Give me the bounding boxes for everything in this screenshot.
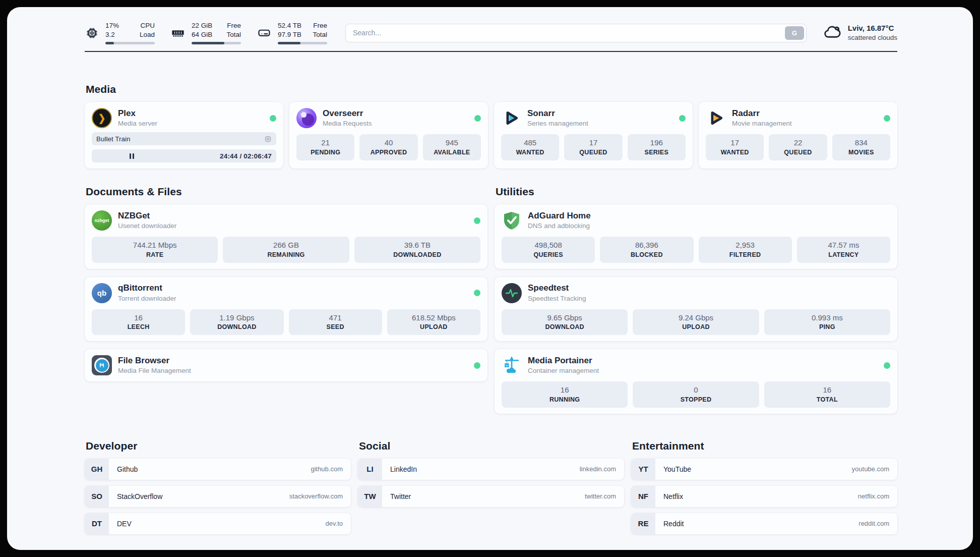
app-card-radarr[interactable]: Radarr Movie management 17 WANTED 22 QUE… (699, 102, 897, 169)
bookmark-url: linkedin.com (580, 465, 616, 473)
app-subtitle: Usenet downloader (118, 222, 176, 230)
app-subtitle: Movie management (732, 120, 792, 128)
section-documents: Documents & Files nzbget NZBGet Usenet d… (85, 186, 487, 381)
stat-tile: 39.6 TB DOWNLOADED (354, 237, 480, 263)
bookmark-abbr: NF (631, 486, 655, 507)
section-media: Media ❯ Plex Media server Bullet Train (85, 83, 897, 169)
app-subtitle: Container management (528, 367, 599, 375)
bookmark-group-social: Social LI LinkedIn linkedin.com TW Twitt… (358, 440, 624, 513)
search-container: G (345, 24, 807, 42)
camera-icon[interactable] (264, 135, 272, 143)
app-card-plex[interactable]: ❯ Plex Media server Bullet Train (85, 102, 283, 169)
bookmark-url: twitter.com (585, 492, 616, 500)
stat-tile: 16 TOTAL (764, 381, 890, 408)
stat-tile: 22 QUEUED (769, 134, 827, 160)
cpu-stat: 17% 3.2 CPU Load (85, 21, 155, 44)
app-card-portainer[interactable]: Media Portainer Container management 16 … (495, 349, 897, 414)
bookmark-twitter[interactable]: TW Twitter twitter.com (358, 486, 624, 507)
cpu-load-value: 3.2 (105, 31, 115, 38)
memory-progress-fill (192, 42, 224, 44)
online-status-dot (474, 362, 480, 369)
online-status-dot (884, 362, 890, 369)
system-stats: 17% 3.2 CPU Load (85, 21, 327, 44)
app-card-filebrowser[interactable]: File Browser Media File Management (85, 349, 487, 381)
stat-tile: 17 QUEUED (564, 134, 622, 160)
bookmark-url: netflix.com (858, 492, 889, 500)
playback-progress-row[interactable]: 24:44 / 02:06:47 (92, 149, 276, 162)
sonarr-icon (501, 108, 521, 128)
section-title-developer: Developer (86, 440, 351, 452)
bookmark-url: dev.to (326, 520, 343, 527)
app-subtitle: Media File Management (118, 367, 191, 375)
section-utilities: Utilities AdGuard Home (495, 186, 897, 414)
bookmark-abbr: TW (358, 486, 382, 507)
memory-free-value: 22 GiB (192, 22, 212, 29)
app-card-sonarr[interactable]: Sonarr Series management 485 WANTED 17 Q… (494, 102, 693, 169)
disk-progress-bar (278, 42, 327, 44)
cpu-progress-bar (105, 42, 155, 44)
stat-tile: 0.993 ms PING (764, 309, 890, 336)
cloud-icon (823, 22, 842, 43)
stat-tile: 744.21 Mbps RATE (92, 237, 218, 263)
stat-tile: 834 MOVIES (832, 134, 890, 160)
app-card-adguard[interactable]: AdGuard Home DNS and adblocking 498,508 … (495, 204, 897, 269)
app-title: Radarr (732, 108, 792, 119)
online-status-dot (474, 290, 480, 296)
bookmark-netflix[interactable]: NF Netflix netflix.com (631, 486, 897, 507)
stat-tile: 86,396 BLOCKED (600, 237, 693, 263)
online-status-dot (679, 115, 686, 122)
stat-tile: 16 LEECH (92, 309, 185, 336)
stat-tile: 21 PENDING (296, 134, 354, 160)
stat-tile: 17 WANTED (706, 134, 764, 160)
bookmark-url: youtube.com (852, 465, 889, 473)
bookmark-youtube[interactable]: YT YouTube youtube.com (631, 459, 897, 480)
stat-tile: 485 WANTED (501, 134, 559, 160)
stat-tile: 945 AVAILABLE (423, 134, 481, 160)
weather-condition: scattered clouds (848, 33, 897, 42)
cpu-icon (85, 26, 99, 40)
bookmark-reddit[interactable]: RE Reddit reddit.com (631, 513, 897, 534)
memory-total-value: 64 GiB (192, 31, 212, 38)
app-title: File Browser (118, 356, 191, 366)
bookmark-dev[interactable]: DT DEV dev.to (85, 513, 351, 534)
bookmark-group-developer: Developer GH Github github.com SO StackO… (85, 440, 351, 540)
app-card-nzbget[interactable]: nzbget NZBGet Usenet downloader 744.21 M… (85, 204, 487, 269)
bookmark-name: Twitter (390, 492, 411, 500)
section-title-social: Social (359, 440, 624, 452)
overseerr-icon (296, 108, 317, 128)
memory-stat: 22 GiB 64 GiB Free Total (171, 21, 241, 44)
app-card-overseerr[interactable]: Overseerr Media Requests 21 PENDING 40 A… (289, 102, 488, 169)
section-title-documents: Documents & Files (86, 186, 487, 198)
bookmark-stackoverflow[interactable]: SO StackOverflow stackoverflow.com (85, 486, 351, 507)
app-title: qBittorrent (118, 283, 176, 293)
app-card-speedtest[interactable]: Speedtest Speedtest Tracking 9.65 Gbps D… (495, 277, 897, 342)
app-card-qbittorrent[interactable]: qb qBittorrent Torrent downloader 16 LEE… (85, 277, 487, 342)
disk-free-value: 52.4 TB (278, 22, 301, 29)
search-engine-button[interactable]: G (785, 26, 804, 40)
bookmark-name: LinkedIn (390, 465, 417, 473)
pause-icon[interactable] (130, 153, 134, 159)
section-title-utilities: Utilities (496, 186, 897, 198)
online-status-dot (474, 217, 480, 224)
stat-tile: 40 APPROVED (359, 134, 417, 160)
bookmark-linkedin[interactable]: LI LinkedIn linkedin.com (358, 459, 624, 480)
online-status-dot (270, 115, 276, 122)
stat-tile: 9.24 Gbps UPLOAD (633, 309, 759, 336)
dashboard-panel: 17% 3.2 CPU Load (7, 7, 973, 550)
search-input[interactable] (345, 24, 807, 42)
now-playing-title: Bullet Train (96, 135, 131, 143)
disk-stat: 52.4 TB 97.9 TB Free Total (257, 21, 327, 44)
disk-total-value: 97.9 TB (278, 31, 301, 38)
bookmark-github[interactable]: GH Github github.com (85, 459, 351, 480)
now-playing-row[interactable]: Bullet Train (92, 132, 276, 145)
app-subtitle: Series management (527, 120, 588, 128)
bookmark-name: DEV (117, 520, 132, 528)
stat-tile: 9.65 Gbps DOWNLOAD (502, 309, 628, 336)
bookmark-name: Reddit (663, 520, 684, 528)
qbittorrent-icon: qb (92, 283, 112, 303)
stat-tile: 471 SEED (289, 309, 382, 336)
app-title: Plex (118, 108, 157, 119)
app-subtitle: DNS and adblocking (528, 222, 591, 230)
bookmark-abbr: LI (358, 459, 382, 480)
app-title: AdGuard Home (528, 211, 591, 221)
